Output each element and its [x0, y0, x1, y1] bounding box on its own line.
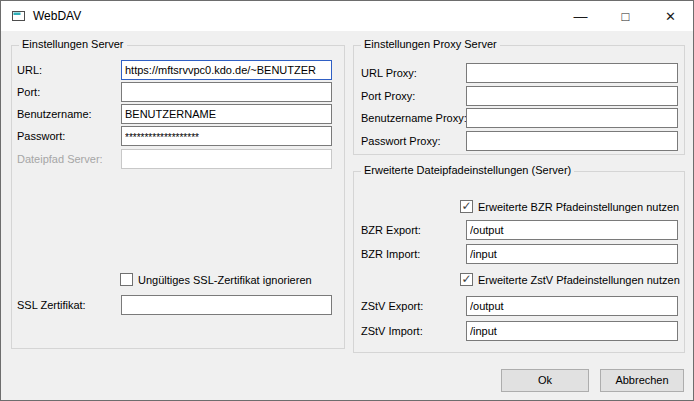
username-proxy-input[interactable]	[466, 108, 678, 128]
window-controls: — □ ✕	[558, 1, 693, 31]
bzr-export-input[interactable]	[466, 220, 678, 240]
port-label: Port:	[17, 86, 40, 98]
maximize-icon[interactable]: □	[603, 1, 648, 31]
ok-button[interactable]: Ok	[501, 369, 589, 392]
ssl-cert-input[interactable]	[121, 295, 332, 315]
webdav-dialog: WebDAV — □ ✕ Einstellungen Server URL: P…	[0, 0, 694, 401]
ignore-ssl-label[interactable]: Ungültiges SSL-Zertifikat ignorieren	[138, 274, 312, 286]
ignore-ssl-checkbox[interactable]	[120, 273, 133, 286]
form-icon	[11, 8, 27, 24]
window-title: WebDAV	[33, 9, 81, 23]
password-proxy-label: Passwort Proxy:	[361, 135, 440, 147]
url-proxy-label: URL Proxy:	[361, 67, 417, 79]
bzr-export-label: BZR Export:	[361, 224, 421, 236]
proxy-settings-legend: Einstellungen Proxy Server	[361, 38, 500, 50]
url-proxy-input[interactable]	[466, 63, 678, 83]
username-label: Benutzername:	[17, 108, 92, 120]
password-label: Passwort:	[17, 130, 65, 142]
title-bar[interactable]: WebDAV — □ ✕	[1, 1, 693, 31]
close-icon[interactable]: ✕	[648, 1, 693, 31]
zstv-export-input[interactable]	[466, 296, 678, 316]
bzr-import-input[interactable]	[466, 244, 678, 264]
port-input[interactable]	[121, 82, 332, 102]
filepath-label: Dateipfad Server:	[17, 153, 103, 165]
zstv-import-input[interactable]	[466, 321, 678, 341]
password-input[interactable]	[121, 126, 332, 146]
username-proxy-label: Benutzername Proxy:	[361, 112, 467, 124]
bzr-enabled-checkbox[interactable]: ✓	[460, 200, 473, 213]
port-proxy-input[interactable]	[466, 86, 678, 106]
zstv-enabled-checkbox[interactable]: ✓	[460, 273, 473, 286]
advanced-paths-legend: Erweiterte Dateipfadeinstellungen (Serve…	[361, 164, 574, 176]
zstv-enabled-label[interactable]: Erweiterte ZstV Pfadeinstellungen nutzen	[478, 274, 680, 286]
minimize-icon[interactable]: —	[558, 1, 603, 35]
zstv-import-label: ZStV Import:	[361, 325, 423, 337]
ssl-cert-label: SSL Zertifikat:	[17, 299, 86, 311]
password-proxy-input[interactable]	[466, 131, 678, 151]
url-label: URL:	[17, 64, 42, 76]
bzr-import-label: BZR Import:	[361, 248, 420, 260]
username-input[interactable]	[121, 104, 332, 124]
filepath-input	[121, 149, 332, 169]
zstv-export-label: ZStV Export:	[361, 300, 423, 312]
cancel-button[interactable]: Abbrechen	[600, 369, 684, 392]
url-input[interactable]	[121, 60, 332, 80]
port-proxy-label: Port Proxy:	[361, 90, 415, 102]
server-settings-legend: Einstellungen Server	[19, 38, 127, 50]
bzr-enabled-label[interactable]: Erweiterte BZR Pfadeinstellungen nutzen	[478, 201, 679, 213]
